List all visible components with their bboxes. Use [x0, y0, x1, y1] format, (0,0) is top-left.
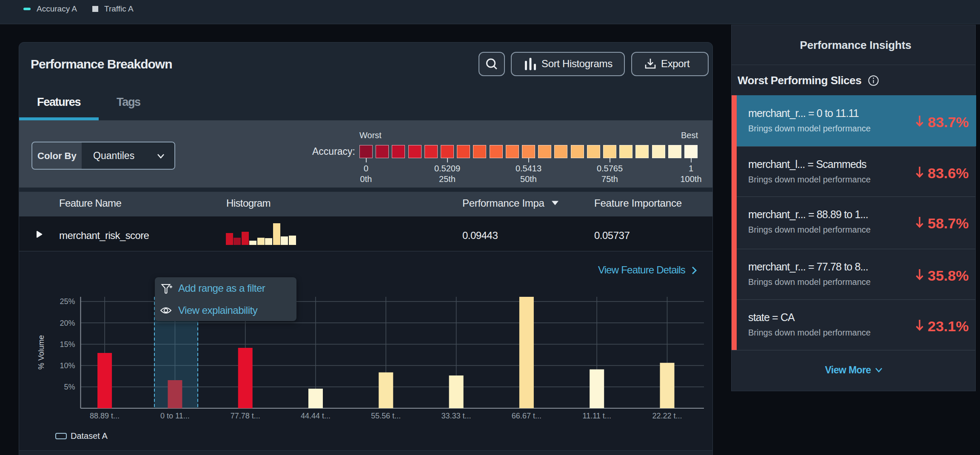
svg-text:22.22 t...: 22.22 t... — [652, 412, 682, 420]
svg-text:5%: 5% — [64, 383, 75, 391]
svg-text:55.56 t...: 55.56 t... — [371, 412, 401, 420]
svg-text:66.67 t...: 66.67 t... — [512, 412, 541, 420]
svg-text:10%: 10% — [60, 361, 75, 370]
svg-text:20%: 20% — [60, 319, 75, 327]
svg-text:33.33 t...: 33.33 t... — [442, 412, 471, 420]
svg-text:77.78 t...: 77.78 t... — [231, 412, 260, 420]
svg-text:11.11 t...: 11.11 t... — [583, 412, 611, 420]
svg-text:88.89 t...: 88.89 t... — [90, 412, 120, 420]
svg-text:0 to 11...: 0 to 11... — [160, 412, 190, 420]
svg-text:15%: 15% — [60, 340, 75, 349]
svg-text:25%: 25% — [60, 297, 75, 306]
svg-text:44.44 t...: 44.44 t... — [301, 412, 330, 420]
